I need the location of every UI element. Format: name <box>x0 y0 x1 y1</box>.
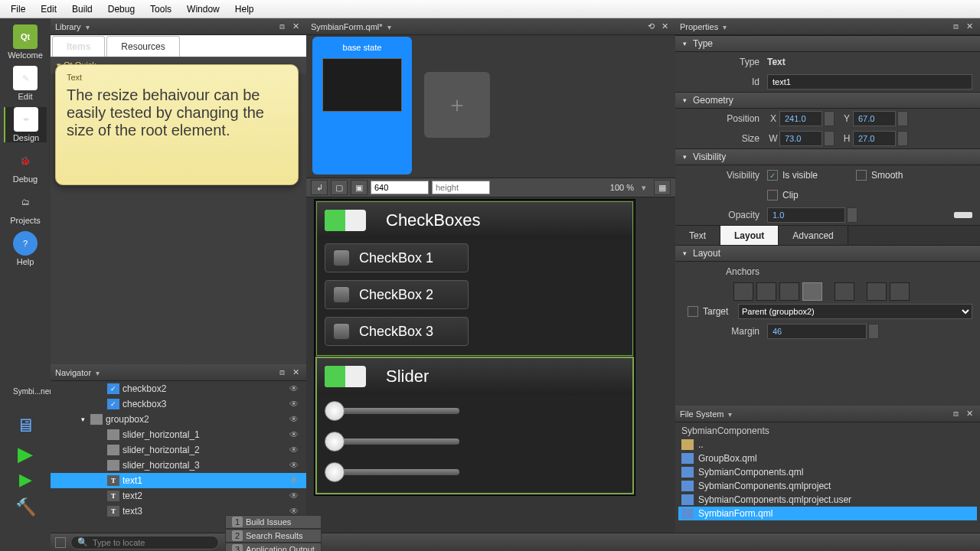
navigator-item[interactable]: ✓checkbox2👁 <box>51 381 306 396</box>
close-icon[interactable]: ✕ <box>963 408 975 420</box>
visibility-eye-icon[interactable]: 👁 <box>289 445 299 455</box>
close-icon[interactable]: ✕ <box>658 21 671 33</box>
anchor-bottom-icon[interactable] <box>890 282 910 301</box>
slider-knob-icon[interactable] <box>325 462 345 482</box>
properties-title[interactable]: Properties <box>680 22 727 31</box>
filesystem-title[interactable]: File System <box>680 409 732 419</box>
split-icon[interactable]: ⧈ <box>949 408 962 420</box>
split-icon[interactable]: ⧈ <box>276 367 288 379</box>
add-state-button[interactable]: ＋ <box>424 72 490 138</box>
fs-item[interactable]: SybmianComponents.qml <box>678 465 977 479</box>
target-checkbox[interactable] <box>688 306 698 317</box>
visibility-eye-icon[interactable]: 👁 <box>289 399 299 409</box>
tab-items[interactable]: Items <box>52 36 105 57</box>
w-input[interactable] <box>779 131 822 146</box>
y-input[interactable] <box>853 111 896 126</box>
target-select[interactable]: Parent (groupbox2) <box>738 304 972 319</box>
visibility-eye-icon[interactable]: 👁 <box>289 475 299 486</box>
navigator-item[interactable]: ▾groupbox2👁 <box>51 412 306 427</box>
design-canvas[interactable]: CheckBoxes CheckBox 1 CheckBox 2 CheckBo… <box>306 197 675 533</box>
slider-2[interactable] <box>325 430 459 453</box>
fs-item[interactable]: SybmianComponents.qmlproject.user <box>678 493 977 507</box>
rail-welcome[interactable]: QtWelcome <box>4 24 47 60</box>
menu-file[interactable]: File <box>3 4 33 15</box>
canvas-height-input[interactable] <box>432 181 490 194</box>
spinner-icon[interactable] <box>868 324 879 339</box>
section-geometry[interactable]: Geometry <box>675 92 980 109</box>
split-icon[interactable]: ⧈ <box>276 21 288 33</box>
menu-window[interactable]: Window <box>179 4 227 15</box>
output-toggle-icon[interactable] <box>55 537 66 548</box>
menu-build[interactable]: Build <box>64 4 100 15</box>
fs-item[interactable]: .. <box>678 438 977 452</box>
navigator-item[interactable]: slider_horizontal_3👁 <box>51 458 306 473</box>
fs-item[interactable]: SybmianComponents.qmlproject <box>678 479 977 493</box>
id-input[interactable] <box>767 74 972 90</box>
rail-debug[interactable]: 🐞Debug <box>4 148 47 184</box>
opacity-input[interactable] <box>767 207 845 223</box>
isvisible-checkbox[interactable] <box>767 170 778 181</box>
slider-knob-icon[interactable] <box>325 401 345 421</box>
anchor-top-icon[interactable] <box>802 282 822 301</box>
x-input[interactable] <box>779 111 822 126</box>
groupbox-checkboxes[interactable]: CheckBoxes CheckBox 1 CheckBox 2 CheckBo… <box>316 201 633 356</box>
run-button[interactable]: ▶ <box>13 442 38 467</box>
anchor-baseline-icon[interactable] <box>867 282 887 301</box>
spinner-icon[interactable] <box>897 111 908 126</box>
rail-projects[interactable]: 🗂Projects <box>4 190 47 225</box>
opacity-slider[interactable] <box>954 212 972 218</box>
spinner-icon[interactable] <box>847 207 858 223</box>
rail-help[interactable]: ?Help <box>4 231 47 266</box>
library-title[interactable]: Library <box>55 22 90 31</box>
spinner-icon[interactable] <box>897 131 908 146</box>
close-icon[interactable]: ✕ <box>963 21 975 33</box>
state-base[interactable]: base state <box>312 37 412 174</box>
device-icon[interactable]: 🖥 <box>13 415 38 439</box>
slider-3[interactable] <box>325 461 459 484</box>
menu-help[interactable]: Help <box>227 4 262 15</box>
checkbox-1[interactable]: CheckBox 1 <box>325 243 469 272</box>
build-button[interactable]: 🔨 <box>13 497 38 522</box>
visibility-eye-icon[interactable]: 👁 <box>289 429 299 440</box>
split-icon[interactable]: ⧈ <box>949 21 962 33</box>
slider-knob-icon[interactable] <box>325 432 345 452</box>
output-tab[interactable]: 1Build Issues <box>225 515 322 529</box>
rail-edit[interactable]: ✎Edit <box>4 66 47 101</box>
toggle-icon[interactable] <box>325 366 366 387</box>
anchor-vcenter-icon[interactable] <box>835 282 854 301</box>
anchor-hcenter-icon[interactable] <box>756 282 776 301</box>
smooth-checkbox[interactable] <box>856 170 867 181</box>
margin-input[interactable] <box>767 324 867 339</box>
spinner-icon[interactable] <box>824 111 835 126</box>
toggle-icon[interactable] <box>325 210 366 231</box>
menu-debug[interactable]: Debug <box>100 4 142 15</box>
menu-tools[interactable]: Tools <box>142 4 179 15</box>
visibility-eye-icon[interactable]: 👁 <box>289 383 299 394</box>
close-icon[interactable]: ✕ <box>289 367 302 379</box>
reset-view-icon[interactable]: ▦ <box>654 180 671 195</box>
close-icon[interactable]: ✕ <box>289 21 302 33</box>
fs-item[interactable]: GroupBox.qml <box>678 452 977 465</box>
visibility-eye-icon[interactable]: 👁 <box>289 414 299 425</box>
clip-checkbox[interactable] <box>767 190 778 201</box>
target-selector[interactable]: Symbi...nents <box>13 387 38 412</box>
visibility-eye-icon[interactable]: 👁 <box>289 491 299 501</box>
subtab-text[interactable]: Text <box>675 226 720 245</box>
snap-box-icon[interactable]: ▢ <box>331 180 348 195</box>
menu-edit[interactable]: Edit <box>33 4 64 15</box>
checkbox-3[interactable]: CheckBox 3 <box>325 317 469 346</box>
subtab-layout[interactable]: Layout <box>720 226 779 245</box>
groupbox-slider[interactable]: Slider <box>316 357 633 494</box>
locator-input[interactable]: 🔍 Type to locate <box>70 536 219 549</box>
rail-design[interactable]: ✒Design <box>4 107 47 142</box>
fs-item[interactable]: SymbianForm.qml <box>678 507 977 520</box>
tab-resources[interactable]: Resources <box>106 36 179 57</box>
spinner-icon[interactable] <box>824 131 835 146</box>
visibility-eye-icon[interactable]: 👁 <box>289 460 299 471</box>
section-layout[interactable]: Layout <box>675 245 980 262</box>
navigator-title[interactable]: Navigator <box>55 368 100 377</box>
open-file-dropdown[interactable]: SymbianForm.qml* <box>311 22 391 31</box>
navigator-item[interactable]: slider_horizontal_1👁 <box>51 427 306 442</box>
run-debug-button[interactable]: ▶ <box>13 470 38 494</box>
output-tab[interactable]: 3Application Output <box>225 543 322 552</box>
